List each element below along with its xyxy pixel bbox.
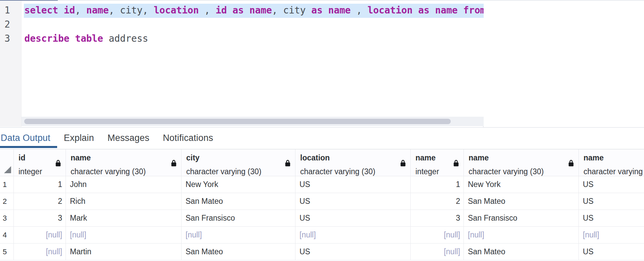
lock-icon — [568, 159, 574, 166]
data-cell[interactable]: 3 — [14, 210, 66, 227]
column-header-name[interactable]: namecharacter varying (30) — [464, 149, 579, 176]
data-cell[interactable]: San Mateo — [182, 193, 295, 210]
sql-text — [244, 5, 249, 16]
sql-text — [323, 5, 328, 16]
data-cell[interactable]: New York — [464, 176, 579, 193]
column-name: name — [71, 151, 181, 165]
data-cell[interactable]: [null] — [14, 227, 66, 244]
tab-messages[interactable]: Messages — [101, 133, 156, 143]
lock-icon — [55, 159, 61, 166]
data-cell[interactable]: US — [295, 176, 411, 193]
data-cell[interactable]: [null] — [66, 227, 182, 244]
line-number: 1 — [0, 3, 10, 17]
data-cell[interactable]: Martin — [66, 244, 182, 260]
code-area[interactable]: select id, name, city, location , id as … — [22, 1, 484, 117]
data-cell[interactable]: San Mateo — [464, 193, 579, 210]
column-header-name[interactable]: namecharacter varying (30) — [579, 149, 644, 176]
column-header-name[interactable]: nameinteger — [411, 149, 464, 176]
sql-keyword: name — [435, 5, 457, 16]
sql-text: , — [351, 5, 367, 16]
sql-keyword: as — [418, 5, 429, 16]
data-cell[interactable]: Mark — [66, 210, 182, 227]
sql-text — [412, 5, 418, 16]
column-type: character varying (30) — [300, 165, 410, 179]
data-cell[interactable]: 1 — [411, 176, 464, 193]
data-cell[interactable]: [null] — [464, 227, 579, 244]
tab-explain[interactable]: Explain — [57, 133, 101, 143]
column-header-location[interactable]: locationcharacter varying (30) — [295, 149, 411, 176]
editor-horizontal-scrollbar[interactable] — [22, 117, 484, 126]
row-number-cell[interactable]: 2 — [0, 193, 14, 210]
table-row: 11JohnNew YorkUS1New YorkUS — [0, 176, 644, 193]
code-line[interactable]: select id, name, city, location , id as … — [25, 3, 484, 17]
sql-text — [69, 33, 75, 44]
sql-keyword: select — [25, 5, 58, 16]
data-cell[interactable]: [null] — [411, 244, 464, 260]
data-cell[interactable]: John — [66, 176, 182, 193]
sql-keyword: name — [86, 5, 109, 16]
line-number: 2 — [0, 17, 10, 32]
sql-keyword: as — [311, 5, 322, 16]
data-cell[interactable]: 3 — [411, 210, 464, 227]
row-number-cell[interactable]: 1 — [0, 176, 14, 193]
sql-text — [227, 5, 233, 16]
data-cell[interactable]: San Fransisco — [182, 210, 295, 227]
data-cell[interactable]: US — [579, 176, 644, 193]
code-line[interactable]: describe table address — [25, 32, 148, 46]
data-cell[interactable]: [null] — [295, 227, 411, 244]
data-cell[interactable]: San Mateo — [182, 244, 295, 260]
data-cell[interactable]: 2 — [14, 193, 66, 210]
data-cell[interactable]: US — [579, 244, 644, 260]
table-row: 33MarkSan FransiscoUS3San FransiscoUS — [0, 210, 644, 227]
data-cell[interactable]: 2 — [411, 193, 464, 210]
sql-keyword: name — [249, 5, 272, 16]
column-header-name[interactable]: namecharacter varying (30) — [66, 149, 182, 176]
select-all-corner-cell[interactable] — [0, 149, 14, 176]
tab-notifications[interactable]: Notifications — [156, 133, 220, 143]
sql-text: , city, — [109, 5, 154, 16]
sql-editor[interactable]: 123 select id, name, city, location , id… — [0, 1, 484, 127]
result-tabbar: Data OutputExplainMessagesNotifications — [0, 128, 644, 149]
data-cell[interactable]: US — [295, 210, 411, 227]
data-cell[interactable]: [null] — [14, 244, 66, 260]
column-type: integer — [415, 165, 464, 179]
row-number-cell[interactable]: 5 — [0, 244, 14, 260]
column-name: city — [186, 151, 295, 165]
line-number-gutter: 123 — [0, 1, 22, 127]
data-cell[interactable]: San Fransisco — [464, 210, 579, 227]
column-name: name — [583, 151, 644, 165]
data-cell[interactable]: New York — [182, 176, 295, 193]
row-number-cell[interactable]: 3 — [0, 210, 14, 227]
column-type: character varying (30) — [186, 165, 295, 179]
data-cell[interactable]: 1 — [14, 176, 66, 193]
data-cell[interactable]: US — [579, 193, 644, 210]
lock-icon — [171, 159, 176, 166]
data-cell[interactable]: Rich — [66, 193, 182, 210]
editor-horizontal-scrollbar-thumb[interactable] — [24, 119, 451, 124]
sql-text — [457, 5, 463, 16]
sql-text — [430, 5, 435, 16]
data-cell[interactable]: US — [295, 193, 411, 210]
tab-data-output[interactable]: Data Output — [0, 133, 57, 143]
data-cell[interactable]: San Mateo — [464, 244, 579, 260]
lock-icon — [285, 159, 290, 166]
data-cell[interactable]: [null] — [182, 227, 295, 244]
data-cell[interactable]: [null] — [579, 227, 644, 244]
column-header-city[interactable]: citycharacter varying (30) — [182, 149, 295, 176]
lock-icon — [400, 159, 406, 166]
grid-header-row: idintegernamecharacter varying (30)cityc… — [0, 149, 644, 176]
data-cell[interactable]: US — [579, 210, 644, 227]
sql-keyword: describe — [25, 33, 70, 44]
sql-text — [58, 5, 64, 16]
table-row: 22RichSan MateoUS2San MateoUS — [0, 193, 644, 210]
column-type: character varying (30) — [583, 165, 644, 179]
column-header-id[interactable]: idinteger — [14, 149, 66, 176]
row-number-cell[interactable]: 4 — [0, 227, 14, 244]
data-cell[interactable]: US — [295, 244, 411, 260]
sql-text: address — [103, 33, 148, 44]
sql-keyword: from — [463, 5, 484, 16]
sql-keyword: location — [368, 5, 413, 16]
data-cell[interactable]: [null] — [411, 227, 464, 244]
sql-keyword: location — [154, 5, 199, 16]
active-tab-underline — [0, 146, 57, 148]
